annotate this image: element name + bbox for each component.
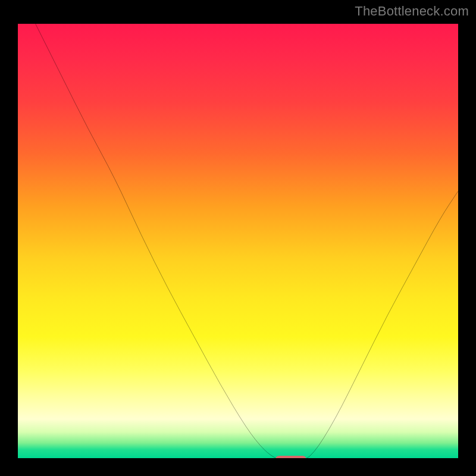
watermark-text: TheBottleneck.com [355,4,469,19]
chart-frame: TheBottleneck.com [0,0,476,476]
plot-area [18,24,458,458]
optimal-marker [275,456,306,458]
optimal-marker-layer [18,24,458,458]
